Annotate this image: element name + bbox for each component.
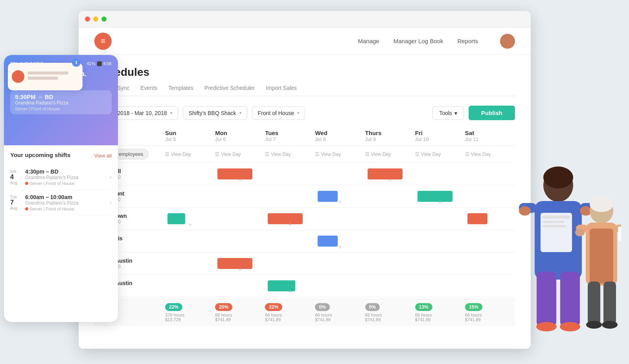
dot-green[interactable] [101,16,107,22]
nav-reports[interactable]: Reports [457,38,478,44]
col-tues: Tues Jul 7 [265,130,315,142]
plus-icon[interactable]: + [288,288,292,295]
col-thurs: Thurs Jul 9 [365,130,415,142]
plus-icon[interactable]: + [238,266,242,273]
shift-cell-1-mon[interactable] [215,185,265,207]
svg-point-27 [602,321,618,329]
view-day-mon[interactable]: ☰ View Day [215,152,265,157]
shift-cell-4-tues[interactable] [265,252,315,274]
tab-predictive[interactable]: Predictive Scheduler [204,85,255,96]
stat-cell-3: 0% 66 hours $741.89 [315,303,365,322]
shift-cell-0-mon[interactable]: + [215,163,265,185]
shift-cell-5-mon[interactable] [215,275,265,297]
tab-templates[interactable]: Templates [168,85,193,96]
view-day-sun[interactable]: ☰ View Day [165,152,215,157]
shift-cell-2-sun[interactable]: + [165,208,215,230]
shift-cell-5-fri[interactable] [415,275,465,297]
shift-cell-3-tues[interactable] [265,230,315,252]
shift-cell-1-tues[interactable] [265,185,315,207]
shift-time-2: 6:00am – 10:00am [25,194,106,200]
shift-cell-5-sun[interactable] [165,275,215,297]
shift-cell-4-thurs[interactable] [365,252,415,274]
view-day-wed[interactable]: ☰ View Day [315,152,365,157]
col-mon: Mon Jul 6 [215,130,265,142]
menu-icon-wed: ☰ [315,152,319,157]
stat-cell-4: 0% 66 hours $741.89 [365,303,415,322]
publish-button[interactable]: Publish [469,106,515,120]
shift-cell-4-fri[interactable] [415,252,465,274]
shift-cell-5-wed[interactable] [315,275,365,297]
col-sun: Sun Jul 5 [165,130,215,142]
shift-cell-4-wed[interactable] [315,252,365,274]
shift-cell-3-sun[interactable] [165,230,215,252]
plus-icon[interactable]: + [338,199,342,206]
plus-icon[interactable]: + [388,176,392,183]
shift-cell-0-fri[interactable] [415,163,465,185]
plus-icon[interactable]: + [438,199,442,206]
location-dropdown[interactable]: Shifty's BBQ Shack ▾ [183,106,247,120]
dept-chevron-icon: ▾ [297,111,299,115]
shift-cell-1-fri[interactable]: + [415,185,465,207]
view-all-link[interactable]: View all [94,153,112,159]
shift-cell-2-wed[interactable] [315,208,365,230]
illustration-people [503,152,621,348]
view-day-thurs[interactable]: ☰ View Day [365,152,415,157]
shift-cell-3-wed[interactable]: + [315,230,365,252]
shift-date-1: Sat 4 Aug [10,169,21,185]
nav-logbook[interactable]: Manager Log Book [394,38,443,44]
plus-icon[interactable]: + [338,243,342,251]
shift-cell-3-thurs[interactable] [365,230,415,252]
logo[interactable]: ≡ [94,33,112,50]
shift-cell-0-tues[interactable] [265,163,315,185]
plus-icon[interactable]: + [288,221,292,228]
phone-body: Your upcoming shifts View all Sat 4 Aug … [4,145,118,222]
nav-manage[interactable]: Manage [358,38,379,44]
dot-yellow[interactable] [93,16,98,22]
tab-import[interactable]: Import Sales [266,85,297,96]
shift-cell-4-sun[interactable] [165,252,215,274]
notif-content [28,71,79,82]
svg-point-21 [575,229,585,236]
shift-cell-1-thurs[interactable] [365,185,415,207]
user-avatar[interactable] [500,34,515,49]
toolbar: Mar 4, 2018 - Mar 10, 2018 ▾ Shifty's BB… [94,106,515,120]
tools-dropdown[interactable]: Tools ▾ [432,106,464,120]
shift-cell-1-sun[interactable] [165,185,215,207]
shift-cell-0-sun[interactable] [165,163,215,185]
shift-cell-2-fri[interactable] [415,208,465,230]
shift-cell-3-mon[interactable] [215,230,265,252]
shift-cell-0-thurs[interactable]: + [365,163,415,185]
svg-rect-7 [543,221,564,223]
shift-cell-5-thurs[interactable] [365,275,415,297]
browser-window: ≡ Manage Manager Log Book Reports Schedu… [79,11,531,349]
col-sat: Sat Jul 11 [465,130,515,142]
svg-rect-23 [618,227,621,241]
plus-icon[interactable]: + [238,176,242,183]
shift-cell-1-wed[interactable]: + [315,185,365,207]
tab-events[interactable]: Events [140,85,157,96]
view-day-tues[interactable]: ☰ View Day [265,152,315,157]
shift-details-2: 6:00am – 10:00am Grandma Padano's Pizza … [25,194,106,211]
plus-icon[interactable]: + [188,221,192,228]
shift-cell-2-tues[interactable]: + [265,208,315,230]
svg-rect-8 [543,225,566,227]
stat-badge-3: 0% [315,303,329,311]
shift-cell-2-mon[interactable] [215,208,265,230]
shift-cell-3-fri[interactable] [415,230,465,252]
department-dropdown[interactable]: Front of House ▾ [252,106,305,120]
svg-point-16 [590,196,613,212]
shift-details-1: 4:30pm – BD Grandma Padano's Pizza Serve… [25,168,106,186]
shift-cell-2-thurs[interactable] [365,208,415,230]
tab-sync[interactable]: Sync [117,85,129,96]
table-row: Jacob Hunt 18/40 · $180 + + [94,185,515,208]
svg-rect-6 [543,216,570,219]
dot-red[interactable] [85,16,90,22]
svg-point-13 [536,322,557,331]
phone-shift-role: Server | Front of House [15,106,107,111]
shift-cell-4-mon[interactable]: + [215,252,265,274]
browser-chrome [79,11,531,27]
shift-cell-0-wed[interactable] [315,163,365,185]
view-day-fri[interactable]: ☰ View Day [415,152,465,157]
notification-badge[interactable]: 1 [72,58,81,67]
shift-cell-5-tues[interactable]: + [265,275,315,297]
